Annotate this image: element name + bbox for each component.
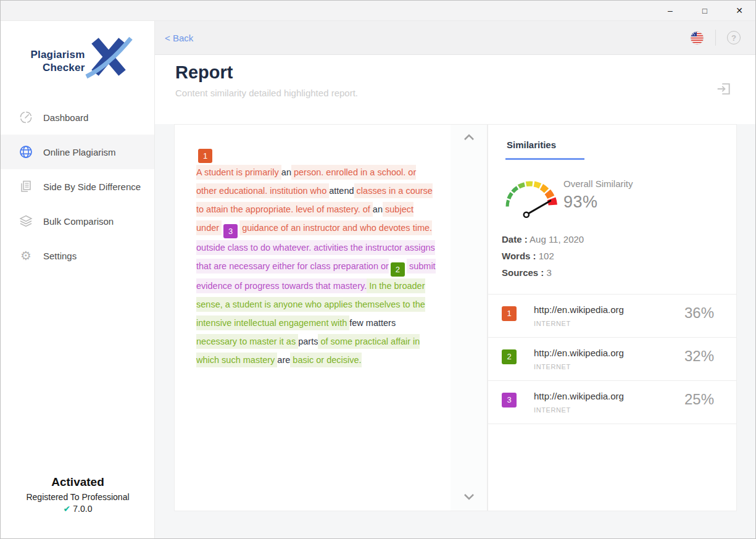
sidebar-nav: Dashboard Online Plagiarism Side By Side…	[1, 100, 154, 273]
document-scrollbar[interactable]	[451, 124, 488, 511]
main-area: < Back ? R	[155, 21, 756, 539]
page-subtitle: Content similarity detailed highlighted …	[175, 88, 756, 98]
us-flag-icon[interactable]	[690, 31, 704, 45]
text-run: basic or decisive.	[290, 353, 361, 367]
text-run: an	[281, 165, 291, 180]
report-meta: Date : Aug 11, 2020Words : 102Sources : …	[488, 220, 736, 295]
source-row[interactable]: 3http://en.wikipedia.orgINTERNET25%	[488, 381, 736, 424]
sidebar-item-side-by-side[interactable]: Side By Side Difference	[1, 169, 154, 204]
source-badge-1[interactable]: 1	[198, 149, 212, 163]
overall-similarity-label: Overall Similarity	[563, 178, 633, 189]
text-run: attend	[329, 183, 354, 198]
source-badge: 3	[502, 393, 517, 407]
source-info: http://en.wikipedia.orgINTERNET	[534, 348, 624, 370]
overall-similarity-block: Overall Similarity 93%	[488, 160, 736, 220]
title-bar: – □ ✕	[1, 1, 756, 21]
meta-value: 102	[539, 251, 554, 261]
meta-label: Words :	[502, 251, 536, 261]
source-type: INTERNET	[534, 406, 624, 414]
close-button[interactable]: ✕	[722, 1, 756, 20]
text-run: an	[373, 202, 383, 217]
overall-similarity-value: 93%	[563, 193, 633, 212]
overall-similarity: Overall Similarity 93%	[563, 178, 633, 212]
logo-line1: Plagiarism	[31, 48, 85, 61]
help-icon[interactable]: ?	[727, 31, 741, 44]
meta-label: Date :	[502, 234, 528, 244]
sidebar-item-label: Settings	[43, 251, 77, 261]
document-text: A student is primarily an person. enroll…	[196, 163, 438, 369]
source-info: http://en.wikipedia.orgINTERNET	[534, 391, 624, 414]
sidebar-item-dashboard[interactable]: Dashboard	[1, 100, 154, 135]
source-url[interactable]: http://en.wikipedia.org	[534, 304, 624, 315]
source-row[interactable]: 1http://en.wikipedia.orgINTERNET36%	[488, 295, 736, 338]
source-info: http://en.wikipedia.orgINTERNET	[534, 304, 624, 327]
activation-title: Activated	[1, 475, 155, 489]
back-link[interactable]: < Back	[165, 33, 193, 43]
source-type: INTERNET	[534, 363, 624, 370]
activation-registered: Registered To Professional	[1, 492, 155, 502]
report-content: 1 A student is primarily an person. enro…	[155, 124, 756, 539]
text-run: few matters	[349, 315, 396, 330]
text-run: A student is primarily	[196, 165, 281, 180]
page-header: Report Content similarity detailed highl…	[155, 55, 756, 124]
logo-line2: Checker	[31, 61, 85, 74]
text-run: guidance of an instructor and who devote…	[239, 220, 432, 235]
meta-label: Sources :	[502, 267, 544, 278]
meta-value: 3	[547, 267, 552, 278]
document-panel: 1 A student is primarily an person. enro…	[174, 124, 451, 511]
sidebar: Plagiarism Checker Dashboard Online Pl	[1, 21, 155, 539]
sidebar-item-settings[interactable]: ⚙ Settings	[1, 238, 154, 273]
meta-row: Words : 102	[502, 251, 721, 261]
sidebar-item-label: Bulk Comparison	[43, 216, 114, 227]
similarities-panel: Similarities	[488, 124, 737, 511]
top-bar: < Back ?	[155, 21, 756, 55]
text-run: parts	[298, 334, 318, 349]
meta-row: Date : Aug 11, 2020	[502, 234, 721, 244]
pages-icon	[18, 178, 34, 194]
source-badge: 1	[502, 306, 517, 321]
scroll-down-icon[interactable]	[463, 493, 475, 501]
tab-similarities[interactable]: Similarities	[505, 140, 584, 160]
sidebar-item-online-plagiarism[interactable]: Online Plagiarism	[1, 135, 154, 169]
minimize-button[interactable]: –	[653, 1, 687, 20]
source-list: 1http://en.wikipedia.orgINTERNET36%2http…	[488, 295, 736, 424]
gear-icon: ⚙	[18, 248, 34, 264]
top-bar-right: ?	[690, 30, 741, 46]
source-percent: 25%	[684, 391, 714, 408]
source-badge: 2	[502, 349, 517, 364]
text-run: 2	[391, 262, 405, 277]
text-run: necessary to master it as	[196, 334, 298, 349]
text-run: are	[277, 353, 290, 367]
activation-status: Activated Registered To Professional ✔7.…	[1, 475, 155, 514]
source-url[interactable]: http://en.wikipedia.org	[534, 391, 624, 401]
page-title: Report	[175, 62, 756, 83]
sidebar-item-label: Side By Side Difference	[43, 182, 141, 192]
text-run: 3	[223, 224, 238, 238]
activation-version: ✔7.0.0	[1, 504, 155, 514]
source-row[interactable]: 2http://en.wikipedia.orgINTERNET32%	[488, 338, 736, 381]
layers-icon	[18, 213, 34, 229]
divider	[715, 30, 716, 46]
logo-x-icon	[84, 33, 133, 80]
globe-icon	[18, 144, 34, 160]
gauge-icon	[18, 109, 34, 125]
export-icon[interactable]	[716, 81, 732, 97]
app-window: – □ ✕ Plagiarism Checker Dashboard	[0, 0, 756, 539]
source-percent: 36%	[684, 304, 714, 322]
sidebar-item-bulk-comparison[interactable]: Bulk Comparison	[1, 204, 154, 238]
scroll-up-icon[interactable]	[463, 133, 475, 141]
app-logo: Plagiarism Checker	[16, 37, 139, 84]
meta-value: Aug 11, 2020	[530, 234, 584, 244]
source-percent: 32%	[684, 348, 714, 365]
sidebar-item-label: Dashboard	[43, 112, 88, 123]
sidebar-item-label: Online Plagiarism	[43, 147, 116, 157]
maximize-button[interactable]: □	[687, 1, 722, 20]
source-url[interactable]: http://en.wikipedia.org	[534, 348, 624, 358]
check-icon: ✔	[64, 504, 71, 514]
tab-row: Similarities	[488, 125, 736, 160]
source-type: INTERNET	[534, 320, 624, 327]
logo-wordmark: Plagiarism Checker	[31, 48, 85, 74]
meta-row: Sources : 3	[502, 267, 721, 278]
similarity-gauge-icon	[497, 170, 563, 220]
version-number: 7.0.0	[73, 504, 92, 514]
